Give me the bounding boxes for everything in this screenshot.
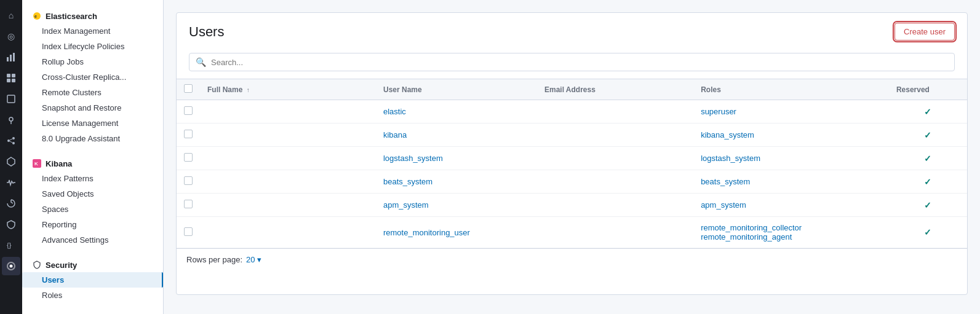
rows-per-page-selector[interactable]: 20 ▾ bbox=[246, 255, 261, 264]
kibana-icon: K bbox=[32, 159, 42, 168]
row-checkbox-cell bbox=[177, 170, 200, 194]
visualize-icon[interactable] bbox=[2, 48, 20, 66]
panel-header: Users Create user bbox=[177, 13, 967, 48]
sidebar-item-cross-cluster[interactable]: Cross-Cluster Replica... bbox=[22, 69, 163, 85]
sidebar-item-index-management[interactable]: Index Management bbox=[22, 23, 163, 39]
stackmanagement-icon[interactable] bbox=[2, 257, 20, 275]
role-link[interactable]: logstash_system bbox=[701, 154, 760, 163]
table-row: apm_system apm_system ✓ bbox=[177, 194, 967, 217]
sidebar: e Elasticsearch Index Management Index L… bbox=[22, 0, 164, 314]
th-fullname[interactable]: Full Name ↑ bbox=[200, 79, 376, 100]
home-icon[interactable]: ⌂ bbox=[2, 6, 20, 25]
table-footer: Rows per page: 20 ▾ bbox=[177, 248, 967, 270]
devtools-icon[interactable]: {} bbox=[2, 236, 20, 254]
sidebar-item-users[interactable]: Users bbox=[22, 272, 163, 288]
discover-icon[interactable]: ◎ bbox=[2, 27, 20, 45]
sidebar-item-remote-clusters[interactable]: Remote Clusters bbox=[22, 85, 163, 100]
cell-reserved-1: ✓ bbox=[889, 124, 967, 147]
cell-email-4 bbox=[537, 194, 693, 217]
reserved-checkmark: ✓ bbox=[924, 130, 931, 140]
users-table: Full Name ↑ User Name Email Address Role… bbox=[177, 79, 967, 248]
username-link-4[interactable]: apm_system bbox=[383, 200, 429, 210]
cell-username-1: kibana bbox=[376, 124, 537, 147]
role-link[interactable]: superuser bbox=[701, 107, 736, 116]
siem-icon[interactable] bbox=[2, 215, 20, 234]
cell-fullname-2 bbox=[200, 147, 376, 170]
svg-rect-2 bbox=[13, 53, 15, 61]
sidebar-item-license-management[interactable]: License Management bbox=[22, 116, 163, 131]
reserved-checkmark: ✓ bbox=[924, 227, 931, 237]
sidebar-item-advanced-settings[interactable]: Advanced Settings bbox=[22, 232, 163, 248]
graph-icon[interactable] bbox=[2, 152, 20, 171]
svg-line-13 bbox=[10, 141, 12, 143]
elasticsearch-icon: e bbox=[32, 11, 42, 21]
cell-username-0: elastic bbox=[376, 100, 537, 124]
row-checkbox-1[interactable] bbox=[184, 130, 193, 138]
chevron-down-icon: ▾ bbox=[257, 255, 261, 264]
reserved-checkmark: ✓ bbox=[924, 154, 931, 163]
cell-reserved-2: ✓ bbox=[889, 147, 967, 170]
cell-username-2: logstash_system bbox=[376, 147, 537, 170]
kibana-label: Kibana bbox=[46, 159, 72, 168]
username-link-1[interactable]: kibana bbox=[383, 130, 407, 139]
username-link-3[interactable]: beats_system bbox=[383, 177, 432, 186]
cell-fullname-1 bbox=[200, 124, 376, 147]
elasticsearch-label: Elasticsearch bbox=[46, 12, 97, 21]
table-row: kibana kibana_system ✓ bbox=[177, 124, 967, 147]
th-roles[interactable]: Roles bbox=[693, 79, 889, 100]
main-content: Users Create user 🔍 Full Name ↑ bbox=[164, 0, 980, 314]
security-section-icon bbox=[32, 260, 42, 270]
role-link[interactable]: apm_system bbox=[701, 200, 746, 210]
maps-icon[interactable] bbox=[2, 111, 20, 129]
sidebar-item-index-lifecycle-policies[interactable]: Index Lifecycle Policies bbox=[22, 39, 163, 54]
row-checkbox-5[interactable] bbox=[184, 227, 193, 236]
select-all-checkbox[interactable] bbox=[184, 84, 193, 93]
role-link[interactable]: beats_system bbox=[701, 177, 750, 186]
sidebar-item-roles[interactable]: Roles bbox=[22, 288, 163, 303]
sidebar-item-upgrade-assistant[interactable]: 8.0 Upgrade Assistant bbox=[22, 131, 163, 146]
table-row: elastic superuser ✓ bbox=[177, 100, 967, 124]
cell-roles-1: kibana_system bbox=[693, 124, 889, 147]
dashboard-icon[interactable] bbox=[2, 69, 20, 87]
username-link-2[interactable]: logstash_system bbox=[383, 154, 443, 163]
cell-username-3: beats_system bbox=[376, 170, 537, 194]
role-link[interactable]: remote_monitoring_collector bbox=[701, 223, 802, 232]
table-row: remote_monitoring_user remote_monitoring… bbox=[177, 217, 967, 248]
cell-username-5: remote_monitoring_user bbox=[376, 217, 537, 248]
elasticsearch-section-header: e Elasticsearch bbox=[22, 6, 163, 23]
ml-icon[interactable] bbox=[2, 131, 20, 150]
uptime-icon[interactable] bbox=[2, 194, 20, 213]
role-link[interactable]: remote_monitoring_agent bbox=[701, 232, 792, 241]
role-link[interactable]: kibana_system bbox=[701, 130, 754, 139]
th-email[interactable]: Email Address bbox=[537, 79, 693, 100]
sidebar-item-rollup-jobs[interactable]: Rollup Jobs bbox=[22, 54, 163, 69]
svg-marker-14 bbox=[7, 157, 15, 166]
sidebar-item-index-patterns[interactable]: Index Patterns bbox=[22, 171, 163, 186]
cell-fullname-5 bbox=[200, 217, 376, 248]
sidebar-item-snapshot-restore[interactable]: Snapshot and Restore bbox=[22, 100, 163, 116]
row-checkbox-cell bbox=[177, 147, 200, 170]
row-checkbox-4[interactable] bbox=[184, 200, 193, 208]
canvas-icon[interactable] bbox=[2, 90, 20, 108]
row-checkbox-3[interactable] bbox=[184, 176, 193, 185]
th-reserved[interactable]: Reserved bbox=[889, 79, 967, 100]
search-wrapper: 🔍 bbox=[189, 53, 955, 71]
svg-rect-3 bbox=[7, 74, 10, 77]
username-link-5[interactable]: remote_monitoring_user bbox=[383, 228, 470, 237]
sidebar-item-spaces[interactable]: Spaces bbox=[22, 202, 163, 217]
svg-rect-4 bbox=[12, 74, 15, 77]
row-checkbox-2[interactable] bbox=[184, 153, 193, 162]
sidebar-item-saved-objects[interactable]: Saved Objects bbox=[22, 186, 163, 202]
username-link-0[interactable]: elastic bbox=[383, 107, 406, 116]
sidebar-item-reporting[interactable]: Reporting bbox=[22, 217, 163, 232]
cell-roles-4: apm_system bbox=[693, 194, 889, 217]
cell-email-5 bbox=[537, 217, 693, 248]
search-input[interactable] bbox=[211, 58, 948, 67]
reserved-checkmark: ✓ bbox=[924, 177, 931, 187]
apm-icon[interactable] bbox=[2, 173, 20, 192]
th-username[interactable]: User Name bbox=[376, 79, 537, 100]
cell-roles-0: superuser bbox=[693, 100, 889, 124]
row-checkbox-0[interactable] bbox=[184, 106, 193, 115]
create-user-button[interactable]: Create user bbox=[894, 23, 955, 41]
svg-point-11 bbox=[12, 142, 15, 144]
